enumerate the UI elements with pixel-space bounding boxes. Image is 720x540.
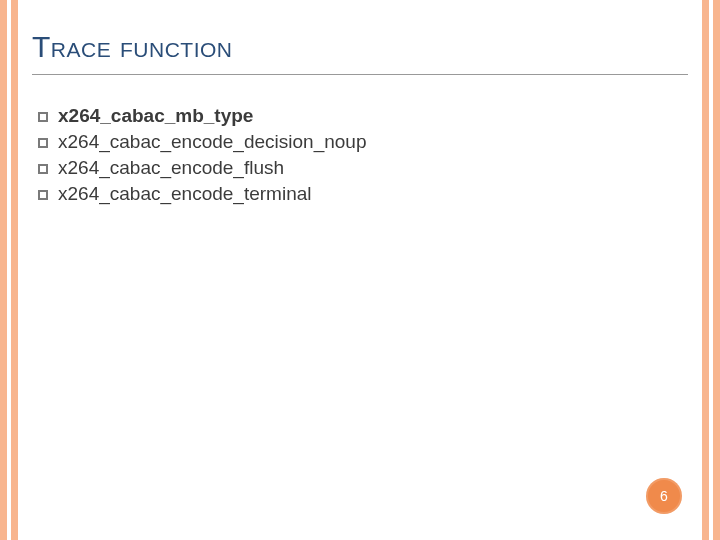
bullet-list: x264_cabac_mb_type x264_cabac_encode_dec… [32,105,688,205]
list-item: x264_cabac_encode_terminal [38,183,688,205]
decorative-stripe [702,0,709,540]
list-item-text: x264_cabac_mb_type [58,105,253,127]
square-bullet-icon [38,112,48,122]
page-number-badge: 6 [646,478,682,514]
square-bullet-icon [38,138,48,148]
square-bullet-icon [38,164,48,174]
list-item-text: x264_cabac_encode_flush [58,157,284,179]
page-number: 6 [660,488,668,504]
slide-title: Trace function [32,30,688,75]
decorative-stripe [713,0,720,540]
list-item: x264_cabac_encode_flush [38,157,688,179]
decorative-stripe [0,0,7,540]
decorative-stripe [11,0,18,540]
list-item: x264_cabac_encode_decision_noup [38,131,688,153]
square-bullet-icon [38,190,48,200]
list-item: x264_cabac_mb_type [38,105,688,127]
list-item-text: x264_cabac_encode_decision_noup [58,131,366,153]
slide-content: Trace function x264_cabac_mb_type x264_c… [32,30,688,209]
list-item-text: x264_cabac_encode_terminal [58,183,312,205]
